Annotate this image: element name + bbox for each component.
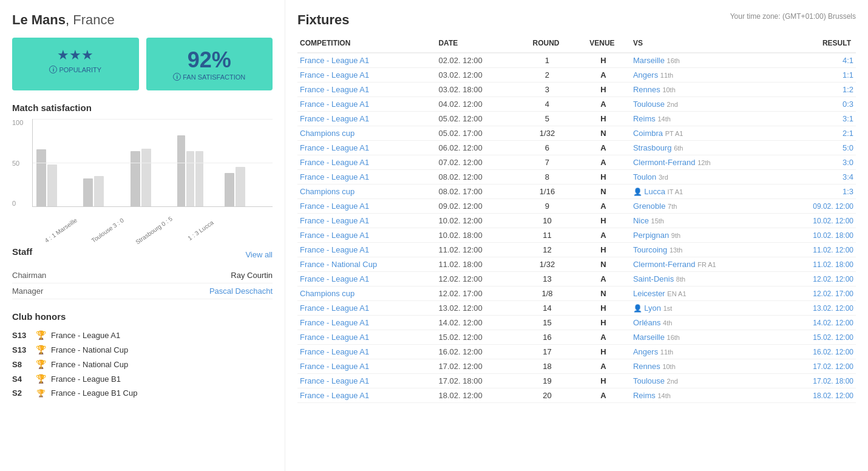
- round-cell: 8: [518, 170, 576, 185]
- competition-cell[interactable]: France - League A1: [297, 316, 436, 330]
- result-cell[interactable]: 3:0: [779, 155, 856, 170]
- honors-title: Club honors: [12, 311, 273, 322]
- result-cell[interactable]: 0:3: [779, 97, 856, 112]
- table-row: France - League A1 16.02. 12:00 17 H Ang…: [297, 345, 856, 359]
- competition-cell[interactable]: France - National Cup: [297, 257, 436, 272]
- date-cell: 18.02. 12:00: [436, 388, 518, 403]
- vs-cell[interactable]: Orléans 4th: [631, 316, 779, 330]
- table-row: France - League A1 11.02. 12:00 12 H Tou…: [297, 243, 856, 257]
- round-cell: 19: [518, 374, 576, 388]
- result-cell[interactable]: 3:1: [779, 112, 856, 126]
- competition-cell[interactable]: France - League A1: [297, 112, 436, 126]
- competition-cell[interactable]: France - League A1: [297, 53, 436, 68]
- vs-cell[interactable]: Reims 14th: [631, 388, 779, 403]
- competition-cell[interactable]: France - League A1: [297, 228, 436, 243]
- manager-name[interactable]: Pascal Deschacht: [209, 286, 273, 296]
- result-cell[interactable]: 1:3: [779, 185, 856, 199]
- venue-cell: H: [576, 83, 631, 97]
- fixtures-body: France - League A1 02.02. 12:00 1 H Mars…: [297, 53, 856, 403]
- trophy-icon-silver-1: 🏆: [35, 330, 46, 340]
- vs-cell[interactable]: Rennes 10th: [631, 359, 779, 374]
- vs-cell[interactable]: Perpignan 9th: [631, 228, 779, 243]
- venue-cell: A: [576, 388, 631, 403]
- fixtures-header: Fixtures Your time zone: (GMT+01:00) Bru…: [297, 12, 856, 28]
- result-cell[interactable]: 4:1: [779, 53, 856, 68]
- table-row: France - League A1 17.02. 18:00 19 H Tou…: [297, 374, 856, 388]
- trophy-icon-gold-1: 🏆: [35, 345, 46, 354]
- competition-cell[interactable]: France - League A1: [297, 272, 436, 286]
- vs-cell[interactable]: Rennes 10th: [631, 83, 779, 97]
- result-cell[interactable]: 5:0: [779, 141, 856, 155]
- competition-cell[interactable]: Champions cup: [297, 126, 436, 141]
- round-cell: 17: [518, 345, 576, 359]
- bar: [83, 178, 93, 206]
- vs-cell[interactable]: Toulon 3rd: [631, 170, 779, 185]
- vs-cell[interactable]: Reims 14th: [631, 112, 779, 126]
- venue-cell: H: [576, 243, 631, 257]
- competition-cell[interactable]: Champions cup: [297, 286, 436, 301]
- round-cell: 10: [518, 214, 576, 228]
- round-cell: 7: [518, 155, 576, 170]
- table-row: France - League A1 03.02. 18:00 3 H Renn…: [297, 83, 856, 97]
- venue-cell: N: [576, 185, 631, 199]
- venue-cell: A: [576, 272, 631, 286]
- vs-cell[interactable]: Toulouse 2nd: [631, 374, 779, 388]
- competition-cell[interactable]: France - League A1: [297, 199, 436, 214]
- right-panel: Fixtures Your time zone: (GMT+01:00) Bru…: [285, 0, 868, 471]
- competition-cell[interactable]: France - League A1: [297, 68, 436, 83]
- competition-cell[interactable]: France - League A1: [297, 330, 436, 345]
- competition-cell[interactable]: France - League A1: [297, 359, 436, 374]
- result-cell[interactable]: 1:1: [779, 68, 856, 83]
- competition-cell[interactable]: France - League A1: [297, 155, 436, 170]
- honor-row-1: S13 🏆 France - League A1: [12, 328, 273, 342]
- vs-cell[interactable]: Clermont-Ferrand 12th: [631, 155, 779, 170]
- venue-cell: A: [576, 97, 631, 112]
- vs-cell[interactable]: Saint-Denis 8th: [631, 272, 779, 286]
- competition-cell[interactable]: France - League A1: [297, 170, 436, 185]
- table-row: France - League A1 06.02. 12:00 6 A Stra…: [297, 141, 856, 155]
- vs-cell[interactable]: Marseille 16th: [631, 53, 779, 68]
- vs-cell[interactable]: Toulouse 2nd: [631, 97, 779, 112]
- competition-cell[interactable]: France - League A1: [297, 243, 436, 257]
- competition-cell[interactable]: France - League A1: [297, 141, 436, 155]
- competition-cell[interactable]: France - League A1: [297, 214, 436, 228]
- vs-cell[interactable]: Marseille 16th: [631, 330, 779, 345]
- y-axis: 100 50 0: [12, 119, 30, 207]
- honor-row-3: S8 🏆 France - National Cup: [12, 357, 273, 371]
- table-row: France - League A1 12.02. 12:00 13 A Sai…: [297, 272, 856, 286]
- date-cell: 11.02. 12:00: [436, 243, 518, 257]
- vs-cell[interactable]: Leicester EN A1: [631, 286, 779, 301]
- result-cell[interactable]: 1:2: [779, 83, 856, 97]
- vs-cell[interactable]: Angers 11th: [631, 345, 779, 359]
- result-cell: 11.02. 12:00: [779, 243, 856, 257]
- round-cell: 18: [518, 359, 576, 374]
- col-date: DATE: [436, 36, 518, 53]
- vs-cell[interactable]: Strasbourg 6th: [631, 141, 779, 155]
- vs-cell[interactable]: 👤 Lyon 1st: [631, 301, 779, 316]
- staff-header: Staff View all: [12, 246, 273, 263]
- competition-cell[interactable]: France - League A1: [297, 301, 436, 316]
- venue-cell: H: [576, 316, 631, 330]
- competition-cell[interactable]: Champions cup: [297, 185, 436, 199]
- competition-cell[interactable]: France - League A1: [297, 83, 436, 97]
- competition-cell[interactable]: France - League A1: [297, 97, 436, 112]
- table-row: France - League A1 17.02. 12:00 18 A Ren…: [297, 359, 856, 374]
- fan-satisfaction-label: i FAN SATISFACTION: [156, 73, 263, 81]
- competition-cell[interactable]: France - League A1: [297, 374, 436, 388]
- competition-cell[interactable]: France - League A1: [297, 388, 436, 403]
- vs-cell[interactable]: Angers 11th: [631, 68, 779, 83]
- date-cell: 06.02. 12:00: [436, 141, 518, 155]
- vs-cell[interactable]: Nice 15th: [631, 214, 779, 228]
- vs-cell[interactable]: Tourcoing 13th: [631, 243, 779, 257]
- vs-cell[interactable]: Coimbra PT A1: [631, 126, 779, 141]
- result-cell: 17.02. 12:00: [779, 359, 856, 374]
- view-all-link[interactable]: View all: [245, 250, 273, 259]
- vs-cell[interactable]: Clermont-Ferrand FR A1: [631, 257, 779, 272]
- result-cell[interactable]: 2:1: [779, 126, 856, 141]
- vs-cell[interactable]: 👤 Lucca IT A1: [631, 185, 779, 199]
- competition-cell[interactable]: France - League A1: [297, 345, 436, 359]
- venue-cell: N: [576, 126, 631, 141]
- match-satisfaction-title: Match satisfaction: [12, 103, 273, 113]
- vs-cell[interactable]: Grenoble 7th: [631, 199, 779, 214]
- result-cell[interactable]: 3:4: [779, 170, 856, 185]
